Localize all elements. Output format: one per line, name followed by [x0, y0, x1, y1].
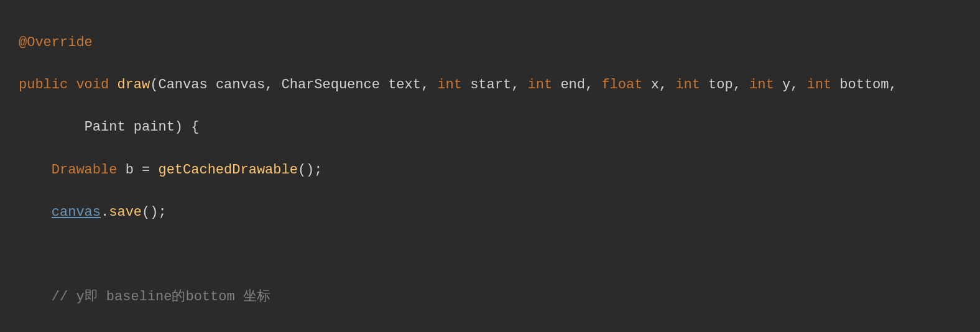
line-2: public void draw(Canvas canvas, CharSequ…	[19, 77, 897, 93]
code-editor: @Override public void draw(Canvas canvas…	[19, 11, 961, 332]
line-5: canvas.save();	[19, 205, 167, 220]
line-4: Drawable b = getCachedDrawable();	[19, 162, 323, 178]
line-7: // y即 baseline的bottom 坐标	[19, 289, 270, 305]
line-3: Paint paint) {	[19, 119, 199, 135]
annotation: @Override	[19, 35, 93, 50]
